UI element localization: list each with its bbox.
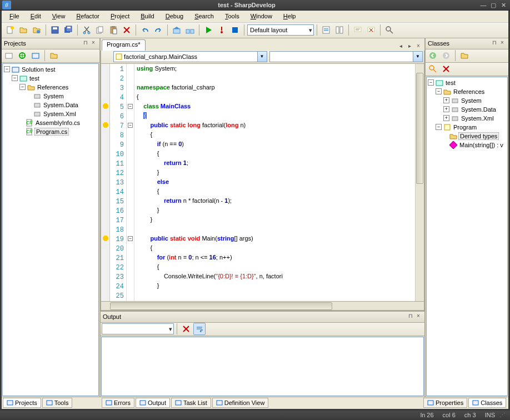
menu-search[interactable]: Search — [189, 11, 219, 21]
menu-help[interactable]: Help — [278, 11, 302, 21]
toolbar-btn-2[interactable] — [333, 24, 346, 36]
svg-point-20 — [221, 31, 223, 33]
clear-output-button[interactable] — [180, 323, 192, 335]
redo-button[interactable] — [152, 24, 164, 36]
code-editor[interactable]: 1234567891011121314151617181920212223242… — [101, 64, 424, 302]
class-combo[interactable]: factorial_csharp.MainClass▼ — [113, 51, 267, 62]
svg-rect-55 — [47, 401, 52, 405]
member-combo[interactable]: ▼ — [269, 51, 423, 62]
delete-button[interactable] — [121, 24, 133, 36]
menu-window[interactable]: Window — [245, 11, 278, 21]
output-panel-title: Output — [103, 313, 407, 320]
bottom-tab-properties[interactable]: Properties — [423, 398, 467, 408]
projects-panel: Projects ⊓ × −Solution test −test −Refer… — [2, 38, 101, 397]
tab-prev-icon[interactable]: ◂ — [397, 43, 404, 51]
menu-file[interactable]: File — [4, 11, 25, 21]
toolbar-btn-1[interactable] — [320, 24, 332, 36]
menu-edit[interactable]: Edit — [25, 11, 47, 21]
ref-item[interactable]: System.Data — [460, 106, 497, 113]
projects-tb-1[interactable] — [3, 49, 15, 62]
tab-next-icon[interactable]: ▸ — [406, 43, 413, 51]
nav-back-icon[interactable] — [102, 51, 111, 63]
bottom-tab-task-list[interactable]: Task List — [171, 398, 211, 408]
vertical-scrollbar[interactable] — [415, 64, 424, 301]
svg-rect-25 — [340, 27, 343, 33]
projects-tree[interactable]: −Solution test −test −References SystemS… — [2, 63, 99, 396]
undo-button[interactable] — [139, 24, 151, 36]
compile-button[interactable] — [171, 24, 183, 36]
svg-point-28 — [386, 27, 391, 31]
projects-tb-3[interactable] — [29, 49, 42, 62]
pin-icon[interactable]: ⊓ — [407, 313, 414, 321]
bottom-tab-projects[interactable]: Projects — [3, 398, 41, 408]
editor-tab[interactable]: Program.cs* — [102, 39, 146, 51]
classes-tree[interactable]: −test −References +System+System.Data+Sy… — [426, 77, 508, 396]
close-panel-icon[interactable]: × — [414, 313, 422, 321]
menu-refactor[interactable]: Refactor — [71, 11, 105, 21]
pin-icon[interactable]: ⊓ — [82, 39, 89, 47]
horizontal-scrollbar[interactable] — [101, 302, 424, 311]
comment-button[interactable] — [352, 24, 364, 36]
bottom-tab-tools[interactable]: Tools — [42, 398, 73, 408]
bottom-tab-classes[interactable]: Classes — [468, 398, 506, 408]
svg-rect-18 — [186, 29, 189, 33]
ref-item[interactable]: System.Xml — [460, 115, 495, 122]
classes-forward-button[interactable] — [440, 49, 452, 62]
open-project-button[interactable] — [31, 24, 43, 36]
menu-view[interactable]: View — [47, 11, 71, 21]
close-panel-icon[interactable]: × — [498, 39, 506, 47]
ref-item[interactable]: System — [460, 97, 483, 104]
close-button[interactable]: ✕ — [499, 1, 508, 9]
layout-combo[interactable]: Default layout — [247, 24, 314, 36]
svg-rect-59 — [217, 401, 222, 405]
projects-tb-4[interactable] — [48, 49, 60, 62]
minimize-button[interactable]: — — [479, 1, 488, 9]
maximize-button[interactable]: ▢ — [489, 1, 498, 9]
svg-rect-48 — [436, 81, 443, 86]
status-ch: ch 3 — [460, 412, 481, 418]
classes-folder-button[interactable] — [458, 49, 471, 62]
svg-rect-6 — [53, 27, 57, 29]
paste-button[interactable] — [107, 24, 119, 36]
save-button[interactable] — [49, 24, 61, 36]
svg-rect-60 — [428, 401, 433, 405]
find-button[interactable] — [383, 24, 396, 36]
svg-rect-26 — [354, 27, 361, 32]
stop-button[interactable] — [229, 24, 241, 36]
resize-grip-icon[interactable]: ⋰ — [499, 412, 506, 419]
menu-build[interactable]: Build — [135, 11, 159, 21]
svg-rect-19 — [191, 29, 194, 33]
ref-item[interactable]: System.Xml — [42, 111, 77, 117]
pin-icon[interactable]: ⊓ — [491, 39, 498, 47]
cut-button[interactable] — [81, 24, 93, 36]
status-line: ln 26 — [416, 412, 438, 418]
wordwrap-button[interactable] — [193, 323, 206, 335]
menu-project[interactable]: Project — [105, 11, 135, 21]
classes-clear-button[interactable] — [440, 63, 452, 75]
svg-rect-31 — [32, 53, 39, 58]
output-text[interactable] — [101, 337, 424, 396]
ref-item[interactable]: System — [42, 93, 65, 99]
save-all-button[interactable] — [62, 24, 74, 36]
uncomment-button[interactable] — [365, 24, 377, 36]
build-button[interactable] — [184, 24, 196, 36]
new-file-button[interactable] — [4, 24, 16, 36]
bottom-tab-output[interactable]: Output — [136, 398, 170, 408]
tab-close-icon[interactable]: × — [414, 43, 422, 51]
menu-debug[interactable]: Debug — [160, 11, 189, 21]
open-button[interactable] — [17, 24, 29, 36]
svg-rect-32 — [12, 67, 19, 72]
bottom-tab-errors[interactable]: Errors — [102, 398, 134, 408]
output-source-combo[interactable] — [102, 323, 174, 334]
close-panel-icon[interactable]: × — [89, 39, 97, 47]
run-no-debug-button[interactable] — [216, 24, 228, 36]
menu-tools[interactable]: Tools — [219, 11, 245, 21]
classes-search-button[interactable] — [427, 63, 439, 75]
run-button[interactable] — [202, 24, 214, 36]
classes-back-button[interactable] — [427, 49, 439, 62]
bottom-tab-definition-view[interactable]: Definition View — [212, 398, 269, 408]
ref-item[interactable]: System.Data — [42, 102, 79, 108]
projects-tb-2[interactable] — [16, 49, 28, 62]
svg-rect-9 — [67, 27, 71, 28]
copy-button[interactable] — [94, 24, 106, 36]
